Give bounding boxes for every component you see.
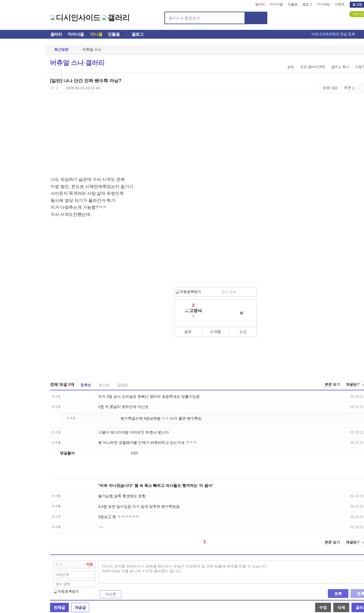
views-label: 조회 (323, 85, 330, 90)
top-link-gallog[interactable]: 갤로그 (300, 3, 315, 6)
site-logo[interactable]: 디시인사이드 갤러리 (50, 13, 130, 23)
search-button[interactable] (245, 12, 267, 24)
post-author: ㅇㅇ (51, 85, 59, 90)
top-link-person-gallery[interactable]: 인물갤 (286, 3, 300, 6)
post-stats: 조회 193 추천 2 (316, 85, 361, 90)
comment-count: 9 (68, 382, 71, 387)
nav-divider (127, 33, 127, 36)
top-link-gallery[interactable]: 갤러리 (253, 3, 268, 6)
share-button[interactable]: 공유 (174, 327, 202, 337)
divider (50, 93, 364, 93)
broken-image-icon (53, 589, 57, 594)
best-posts-button[interactable]: 개념글 (71, 603, 89, 612)
dcinside-page: 갤러리 마이너갤 인물갤 갤로그 디시게임 이벤트 디시콘 로그인 야간 모드 … (0, 0, 364, 613)
comment-text: 쎈 아니라면 경찰해야될 인재가 버튜버하고 있는거네 ㅋㅋㅋ (98, 438, 197, 448)
close-comments-link[interactable]: 댓글닫기 (346, 540, 360, 545)
nav-item-gallery[interactable]: 갤러리 (50, 30, 62, 39)
comment-text: 2챕 개 좆같이 못하던데 아닌듯 (98, 402, 149, 412)
comment-author: ㅇㅇ4 (51, 438, 60, 448)
reply-box: ㅇㅇ2 쎈수학같으면 4챕보면됨 ㅇㅇ 이거 풀면 쎈수학임 03.15 21:… (61, 413, 364, 423)
anonymous-label: 익명 (86, 562, 93, 567)
related-galleries-link[interactable]: 연관 갤러리(3/6) (297, 65, 328, 69)
comment-refresh-icon[interactable]: ↻ (359, 538, 364, 547)
usage-guide-link[interactable]: 이용안내 (352, 65, 364, 69)
nav-item-gallog[interactable]: 갤로그 (132, 30, 144, 39)
comment-row: ㅇㅇ3 스텔이 에스더처럼 더러운짓 하겠냐 병신아 03.15 21 (50, 427, 364, 438)
comment-total: 전체 댓글 9개 (50, 382, 75, 387)
view-post-link[interactable]: 본문 보기 (325, 540, 340, 545)
vote-captcha-input[interactable] (201, 290, 257, 294)
divider (50, 600, 364, 600)
comment-author: ㅇㅇ8 (51, 522, 60, 533)
post-category: [일반] (50, 78, 62, 83)
top-link-minor-gallery[interactable]: 마이너갤 (268, 3, 286, 6)
sort-replies[interactable]: 답글순 (117, 383, 128, 388)
sort-newest[interactable]: 최신순 (99, 383, 110, 388)
upvote-area[interactable]: 2 고정닉 2 (178, 303, 209, 318)
nav-item-minor-gallery[interactable]: 마이너갤 (68, 30, 84, 39)
login-button[interactable]: 로그인 (350, 2, 364, 8)
copy-gallery-url-link[interactable]: 갤주소 복사 (328, 65, 352, 69)
comment-text: 불가능함 설록 환생해도 못함 (98, 491, 146, 501)
comment-row: ㅇㅇ7 3챕보고 뭔 ㅋㅋㅋㅋㅋㅋ 03.15 21 (50, 512, 364, 522)
fixed-nick-upvote-count: 2 (178, 314, 209, 318)
comment-text: 저거 3챕 공식 오피셜로 찐빠난 챕터라 초등학생도 맞출수있음 (98, 392, 200, 402)
comment-refresh-icon[interactable]: ↻ (359, 381, 364, 390)
comment-time: 03.15 21 (350, 438, 364, 448)
sort-registered[interactable]: 등록순 (80, 383, 91, 388)
comment-code-input[interactable] (53, 581, 96, 587)
post-action-buttons: 공유 스크랩 신고 (174, 327, 257, 337)
comment-bot-label: 댓글돌이 (60, 448, 75, 458)
broken-image-icon (175, 290, 179, 294)
comment-submit-button[interactable]: 등록 (328, 589, 348, 598)
comment-author: ㅇㅇ1 (51, 392, 60, 402)
post-meta: ㅇㅇ 2026.03.15 21:31:19 (51, 85, 100, 90)
nav-item-mini-gallery[interactable]: 미니갤 (90, 30, 102, 39)
comment-captcha: 자동등록방지 (53, 589, 79, 594)
post-title: [일반] 나나 단간 진짜 쎈수학 아님? (50, 78, 121, 84)
view-post-link[interactable]: 본문 보기 (325, 382, 340, 387)
report-button[interactable]: 신고 (229, 327, 257, 337)
search-input[interactable] (164, 12, 245, 24)
comment-row: ㅇㅇ1 저거 3챕 공식 오피셜로 찐빠난 챕터라 초등학생도 맞출수있음 03… (50, 392, 364, 402)
comment-textarea[interactable] (98, 561, 364, 583)
dccon-button[interactable]: 디시콘 (100, 590, 121, 598)
comment-text: 스텔이 에스더처럼 더러운짓 하겠냐 병신아 (98, 427, 169, 438)
inline-ad-row: "비트 아니었습니다" 몸 속 독소 빼려고 의사들도 챙겨먹는 '이 음식' (50, 479, 364, 492)
gallery-settings-link[interactable]: 설정 (284, 65, 297, 69)
comment-header-tools: 본문 보기 댓글닫기 (325, 382, 360, 387)
all-posts-button[interactable]: 전체글 (50, 603, 69, 612)
close-comments-link[interactable]: 댓글닫기 (346, 382, 360, 387)
write-post-button[interactable]: 글쓰기 (351, 603, 364, 612)
recent-visit-button[interactable]: 최근방문 (54, 45, 69, 54)
divider (50, 390, 364, 390)
comment-time: 03.15 21 (350, 427, 364, 438)
comment-text: 4,5챕 보면 알수있음 이거 쉽게 맞추면 쎈수학맞음 (98, 501, 180, 512)
yesterday-comment-count: 어제 2,519,038개 댓글 등록 (311, 30, 355, 39)
comment-time: 03.15 21 (350, 512, 364, 522)
comment-time: 03.15 21 (350, 501, 364, 512)
ad-link[interactable]: "비트 아니었습니다" 몸 속 독소 빼려고 의사들도 챙겨먹는 '이 음식' (98, 480, 213, 491)
comment-jump-button[interactable] (359, 82, 364, 93)
likes-label: 추천 (344, 85, 351, 90)
comment-author: ㅇㅇ5 (51, 491, 60, 501)
scrap-button[interactable]: 스크랩 (202, 327, 229, 337)
edit-post-button[interactable]: 수정 (315, 603, 331, 612)
top-link-dcgame[interactable]: 디시게임 (315, 3, 333, 6)
vote-box: 2 고정닉 2 0 (174, 299, 257, 327)
comment-bot-row: 댓글돌이 1/20 (50, 448, 364, 458)
comment-name-field[interactable]: ㅇㅇ 익명 (53, 561, 96, 568)
night-mode-toggle[interactable]: 야간 모드 (349, 11, 364, 17)
nav-item-person-gallery[interactable]: 인물갤 (108, 30, 120, 39)
comment-page-1[interactable]: 1 (204, 539, 206, 544)
broken-image-icon (50, 15, 55, 20)
comment-password-input[interactable] (53, 571, 96, 578)
downvote-count[interactable]: 0 (240, 310, 243, 315)
comment-row: ㅇㅇ4 쎈 아니라면 경찰해야될 인재가 버튜버하고 있는거네 ㅋㅋㅋ 03.1… (50, 438, 364, 448)
delete-post-button[interactable]: 삭제 (333, 603, 349, 612)
broken-image-icon (102, 15, 107, 20)
top-link-event[interactable]: 이벤트 (333, 3, 348, 6)
upvote-count: 2 (178, 303, 209, 307)
breadcrumb-current-gallery[interactable]: 버츄얼 스나 (82, 45, 101, 54)
comment-submit-sub-button[interactable]: 등록 (351, 589, 364, 598)
